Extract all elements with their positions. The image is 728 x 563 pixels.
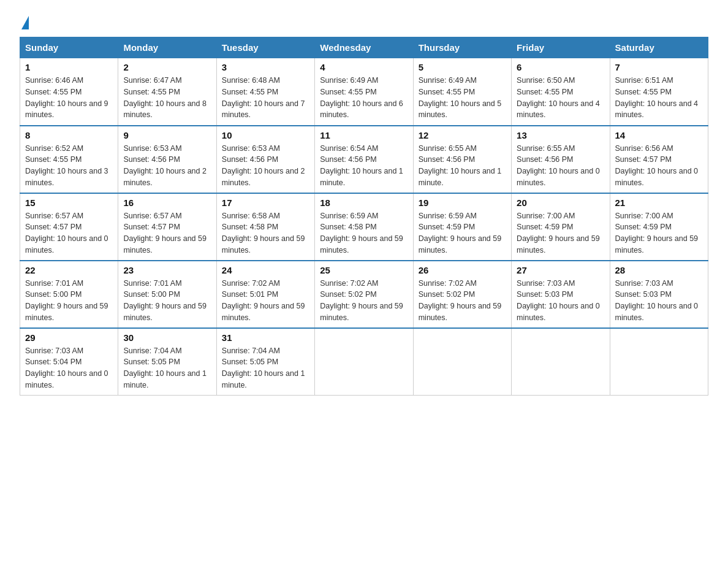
calendar-cell: 10 Sunrise: 6:53 AM Sunset: 4:56 PM Dayl… [216,126,314,193]
calendar-cell: 31 Sunrise: 7:04 AM Sunset: 5:05 PM Dayl… [216,328,314,396]
calendar-cell [315,328,413,396]
calendar-cell [413,328,511,396]
calendar-week-row: 1 Sunrise: 6:46 AM Sunset: 4:55 PM Dayli… [20,58,708,126]
day-number: 14 [615,130,703,140]
day-info: Sunrise: 7:00 AM Sunset: 4:59 PM Dayligh… [615,210,703,256]
day-info: Sunrise: 6:59 AM Sunset: 4:58 PM Dayligh… [320,210,408,256]
day-number: 22 [25,265,113,275]
day-info: Sunrise: 6:48 AM Sunset: 4:55 PM Dayligh… [222,75,309,121]
calendar-cell: 30 Sunrise: 7:04 AM Sunset: 5:05 PM Dayl… [118,328,216,396]
calendar-cell: 5 Sunrise: 6:49 AM Sunset: 4:55 PM Dayli… [413,58,511,126]
day-number: 18 [320,197,408,208]
day-number: 25 [320,265,408,275]
day-number: 15 [25,197,113,208]
calendar-cell: 8 Sunrise: 6:52 AM Sunset: 4:55 PM Dayli… [20,126,118,193]
column-header-saturday: Saturday [610,37,708,58]
day-number: 26 [419,265,506,275]
column-header-monday: Monday [118,37,216,58]
day-info: Sunrise: 6:56 AM Sunset: 4:57 PM Dayligh… [615,143,703,189]
column-header-friday: Friday [512,37,610,58]
calendar-cell: 27 Sunrise: 7:03 AM Sunset: 5:03 PM Dayl… [512,261,610,328]
day-number: 11 [320,130,408,140]
calendar-cell: 13 Sunrise: 6:55 AM Sunset: 4:56 PM Dayl… [512,126,610,193]
calendar-cell: 26 Sunrise: 7:02 AM Sunset: 5:02 PM Dayl… [413,261,511,328]
calendar-week-row: 15 Sunrise: 6:57 AM Sunset: 4:57 PM Dayl… [20,193,708,261]
day-number: 7 [615,62,703,72]
logo-triangle-icon [21,16,29,29]
day-info: Sunrise: 7:03 AM Sunset: 5:03 PM Dayligh… [615,278,703,324]
day-number: 8 [25,130,113,140]
day-number: 12 [419,130,506,140]
day-info: Sunrise: 6:46 AM Sunset: 4:55 PM Dayligh… [25,75,113,121]
calendar-table: SundayMondayTuesdayWednesdayThursdayFrid… [20,37,708,396]
day-info: Sunrise: 6:54 AM Sunset: 4:56 PM Dayligh… [320,143,408,189]
day-info: Sunrise: 6:57 AM Sunset: 4:57 PM Dayligh… [123,210,211,256]
day-info: Sunrise: 7:04 AM Sunset: 5:05 PM Dayligh… [222,345,309,391]
day-info: Sunrise: 7:04 AM Sunset: 5:05 PM Dayligh… [123,345,211,391]
column-header-thursday: Thursday [413,37,511,58]
calendar-cell: 9 Sunrise: 6:53 AM Sunset: 4:56 PM Dayli… [118,126,216,193]
calendar-cell: 6 Sunrise: 6:50 AM Sunset: 4:55 PM Dayli… [512,58,610,126]
calendar-week-row: 29 Sunrise: 7:03 AM Sunset: 5:04 PM Dayl… [20,328,708,396]
day-info: Sunrise: 6:59 AM Sunset: 4:59 PM Dayligh… [419,210,506,256]
day-number: 13 [517,130,604,140]
calendar-cell: 2 Sunrise: 6:47 AM Sunset: 4:55 PM Dayli… [118,58,216,126]
day-number: 19 [419,197,506,208]
calendar-cell: 11 Sunrise: 6:54 AM Sunset: 4:56 PM Dayl… [315,126,413,193]
calendar-cell: 24 Sunrise: 7:02 AM Sunset: 5:01 PM Dayl… [216,261,314,328]
calendar-cell: 15 Sunrise: 6:57 AM Sunset: 4:57 PM Dayl… [20,193,118,261]
calendar-cell: 1 Sunrise: 6:46 AM Sunset: 4:55 PM Dayli… [20,58,118,126]
day-number: 21 [615,197,703,208]
day-number: 9 [123,130,211,140]
day-info: Sunrise: 6:53 AM Sunset: 4:56 PM Dayligh… [123,143,211,189]
day-info: Sunrise: 6:55 AM Sunset: 4:56 PM Dayligh… [517,143,604,189]
day-number: 4 [320,62,408,72]
calendar-week-row: 8 Sunrise: 6:52 AM Sunset: 4:55 PM Dayli… [20,126,708,193]
page-header [20,15,708,27]
day-info: Sunrise: 6:51 AM Sunset: 4:55 PM Dayligh… [615,75,703,121]
day-number: 10 [222,130,309,140]
day-number: 20 [517,197,604,208]
logo [20,15,29,27]
day-info: Sunrise: 7:01 AM Sunset: 5:00 PM Dayligh… [25,278,113,324]
calendar-cell: 28 Sunrise: 7:03 AM Sunset: 5:03 PM Dayl… [610,261,708,328]
calendar-cell: 20 Sunrise: 7:00 AM Sunset: 4:59 PM Dayl… [512,193,610,261]
calendar-cell: 22 Sunrise: 7:01 AM Sunset: 5:00 PM Dayl… [20,261,118,328]
day-info: Sunrise: 7:03 AM Sunset: 5:04 PM Dayligh… [25,345,113,391]
day-info: Sunrise: 6:52 AM Sunset: 4:55 PM Dayligh… [25,143,113,189]
day-info: Sunrise: 6:49 AM Sunset: 4:55 PM Dayligh… [320,75,408,121]
day-number: 29 [25,332,113,343]
day-number: 2 [123,62,211,72]
day-info: Sunrise: 7:02 AM Sunset: 5:02 PM Dayligh… [320,278,408,324]
day-info: Sunrise: 6:57 AM Sunset: 4:57 PM Dayligh… [25,210,113,256]
calendar-cell: 18 Sunrise: 6:59 AM Sunset: 4:58 PM Dayl… [315,193,413,261]
day-number: 27 [517,265,604,275]
calendar-cell: 7 Sunrise: 6:51 AM Sunset: 4:55 PM Dayli… [610,58,708,126]
day-info: Sunrise: 6:49 AM Sunset: 4:55 PM Dayligh… [419,75,506,121]
calendar-cell: 19 Sunrise: 6:59 AM Sunset: 4:59 PM Dayl… [413,193,511,261]
calendar-cell: 16 Sunrise: 6:57 AM Sunset: 4:57 PM Dayl… [118,193,216,261]
calendar-cell: 17 Sunrise: 6:58 AM Sunset: 4:58 PM Dayl… [216,193,314,261]
day-number: 17 [222,197,309,208]
day-number: 6 [517,62,604,72]
calendar-header-row: SundayMondayTuesdayWednesdayThursdayFrid… [20,37,708,58]
day-number: 3 [222,62,309,72]
calendar-cell: 3 Sunrise: 6:48 AM Sunset: 4:55 PM Dayli… [216,58,314,126]
day-info: Sunrise: 7:01 AM Sunset: 5:00 PM Dayligh… [123,278,211,324]
calendar-cell [512,328,610,396]
calendar-cell: 25 Sunrise: 7:02 AM Sunset: 5:02 PM Dayl… [315,261,413,328]
day-info: Sunrise: 6:47 AM Sunset: 4:55 PM Dayligh… [123,75,211,121]
day-number: 1 [25,62,113,72]
calendar-cell: 14 Sunrise: 6:56 AM Sunset: 4:57 PM Dayl… [610,126,708,193]
day-info: Sunrise: 7:02 AM Sunset: 5:01 PM Dayligh… [222,278,309,324]
calendar-cell: 29 Sunrise: 7:03 AM Sunset: 5:04 PM Dayl… [20,328,118,396]
calendar-week-row: 22 Sunrise: 7:01 AM Sunset: 5:00 PM Dayl… [20,261,708,328]
day-number: 31 [222,332,309,343]
day-info: Sunrise: 6:58 AM Sunset: 4:58 PM Dayligh… [222,210,309,256]
day-info: Sunrise: 6:53 AM Sunset: 4:56 PM Dayligh… [222,143,309,189]
day-number: 30 [123,332,211,343]
column-header-wednesday: Wednesday [315,37,413,58]
day-number: 23 [123,265,211,275]
day-number: 16 [123,197,211,208]
calendar-cell [610,328,708,396]
